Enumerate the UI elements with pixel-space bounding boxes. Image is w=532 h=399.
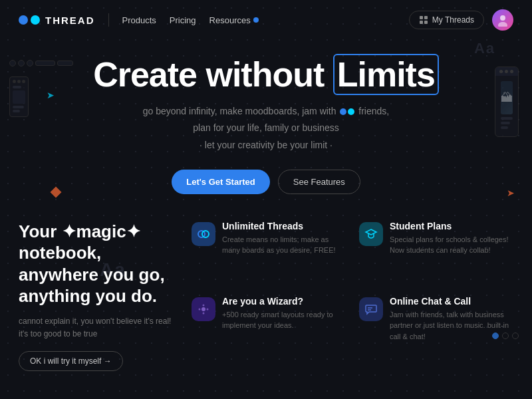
svg-rect-0 [420, 16, 423, 19]
hero-section: Create without Limits go beyond infinity… [0, 40, 532, 201]
feature-icon-3 [359, 297, 383, 321]
cta-primary-button[interactable]: Let's Get Started [172, 170, 270, 194]
feature-card-3: Online Chat & Call Jam with friends, tal… [359, 296, 513, 371]
feature-title-1: Student Plans [390, 221, 513, 231]
cta-secondary-button[interactable]: See Features [278, 170, 360, 194]
feature-card-1: Student Plans Special plans for schools … [359, 221, 513, 285]
svg-point-9 [203, 304, 205, 306]
bottom-section: Your ✦magic✦ notebook, anywhere you go, … [0, 207, 532, 371]
logo-dot-cyan [31, 15, 40, 25]
nav-right: My Threads [409, 9, 513, 31]
feature-card-0: Unlimited Threads Create means no limits… [192, 221, 346, 285]
hero-cta: Let's Get Started See Features [13, 170, 519, 194]
nav-divider [108, 13, 109, 27]
feature-desc-2: +500 ready smart layouts ready to implem… [222, 309, 346, 331]
feature-title-2: Are you a Wizard? [222, 296, 346, 307]
threads-feature-icon [197, 227, 210, 241]
svg-point-11 [199, 308, 201, 310]
feature-desc-3: Jam with friends, talk with business par… [390, 309, 513, 342]
feature-icon-0 [192, 222, 215, 246]
student-feature-icon [364, 227, 378, 241]
navbar: THREAD Products Pricing Resources My Thr… [0, 0, 532, 40]
nav-link-pricing[interactable]: Pricing [170, 15, 196, 25]
nav-links: Products Pricing Resources [122, 15, 259, 25]
friend-dot-1 [340, 108, 346, 115]
features-grid: Unlimited Threads Create means no limits… [192, 221, 513, 371]
feature-content-1: Student Plans Special plans for schools … [390, 221, 513, 256]
logo-text: THREAD [45, 15, 95, 26]
wizard-feature-icon [197, 303, 210, 316]
logo-dot-blue [19, 15, 28, 25]
feature-card-2: Are you a Wizard? +500 ready smart layou… [192, 296, 346, 371]
hero-title: Create without Limits [13, 56, 519, 94]
feature-content-0: Unlimited Threads Create means no limits… [222, 221, 346, 256]
feature-content-2: Are you a Wizard? +500 ready smart layou… [222, 296, 346, 331]
threads-icon [419, 15, 428, 25]
feature-icon-1 [359, 222, 383, 246]
magic-title: Your ✦magic✦ notebook, anywhere you go, … [19, 221, 172, 307]
friends-dots [340, 108, 354, 115]
hero-subtitle: go beyond infinity, make moodboards, jam… [13, 103, 519, 154]
svg-point-10 [203, 312, 205, 314]
feature-desc-0: Create means no limits; make as many boa… [222, 234, 346, 256]
feature-title-3: Online Chat & Call [390, 296, 513, 307]
avatar[interactable] [492, 9, 513, 31]
feature-content-3: Online Chat & Call Jam with friends, tal… [390, 296, 513, 342]
nav-link-products[interactable]: Products [122, 15, 156, 25]
my-threads-button[interactable]: My Threads [409, 11, 484, 29]
svg-rect-1 [424, 16, 428, 19]
svg-rect-2 [420, 21, 423, 24]
try-button[interactable]: OK i will try it myself → [19, 351, 123, 371]
left-panel: Your ✦magic✦ notebook, anywhere you go, … [19, 221, 192, 371]
feature-desc-1: Special plans for schools & colleges! No… [390, 234, 513, 256]
nav-link-resources[interactable]: Resources [209, 15, 259, 25]
feature-title-0: Unlimited Threads [222, 221, 346, 231]
hero-highlight: Limits [333, 54, 439, 95]
avatar-icon [496, 13, 509, 27]
logo[interactable]: THREAD [19, 15, 95, 26]
friend-dot-2 [348, 108, 354, 115]
svg-point-5 [498, 22, 507, 27]
feature-icon-2 [192, 297, 215, 321]
chat-feature-icon [364, 303, 378, 316]
svg-rect-3 [424, 21, 428, 24]
svg-point-4 [500, 15, 505, 21]
resources-badge [253, 17, 259, 23]
svg-point-12 [207, 308, 209, 310]
magic-subtitle: cannot explain it, you won't believe it'… [19, 315, 172, 340]
svg-point-8 [201, 307, 205, 311]
